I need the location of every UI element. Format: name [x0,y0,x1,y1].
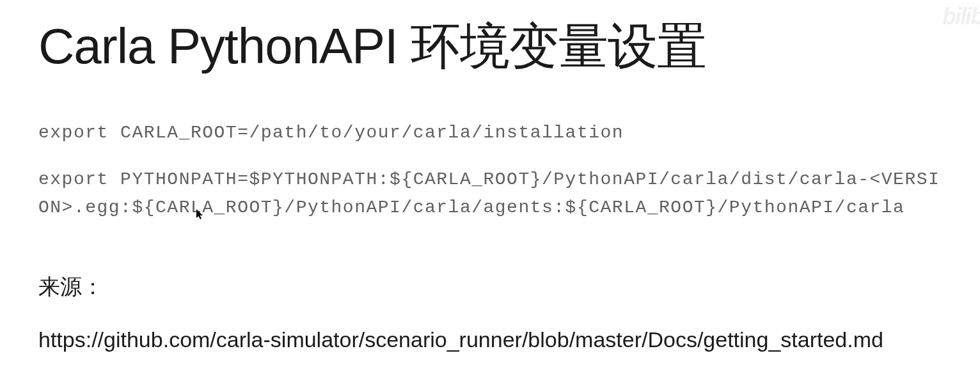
watermark: bilib [942,3,980,30]
page-title: Carla PythonAPI 环境变量设置 [38,19,942,74]
source-label: 来源： [38,272,942,302]
slide-content: Carla PythonAPI 环境变量设置 export CARLA_ROOT… [0,0,980,352]
code-block-pythonpath: export PYTHONPATH=$PYTHONPATH:${CARLA_RO… [38,166,942,221]
code-block-carla-root: export CARLA_ROOT=/path/to/your/carla/in… [38,119,942,146]
source-url: https://github.com/carla-simulator/scena… [38,327,942,352]
